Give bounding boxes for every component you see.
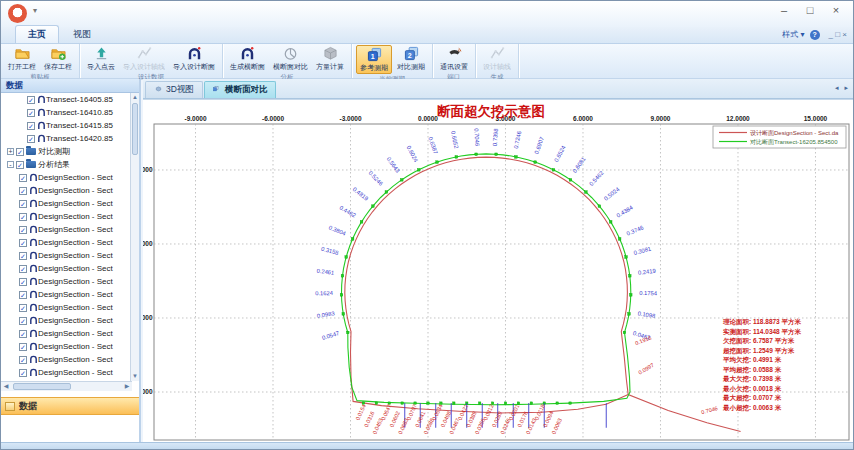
app-window: ▾ –□× 主页视图 样式 ▾ ? _ □ × 打开工程保存工程剪贴板导入点云导… <box>0 0 854 450</box>
checkbox[interactable]: ✓ <box>27 96 35 104</box>
svg-text:9.0000: 9.0000 <box>651 115 671 122</box>
scroll-left-icon[interactable]: ◀ <box>1 382 11 391</box>
svg-text:-6.0000: -6.0000 <box>262 115 284 122</box>
app-logo-icon[interactable] <box>8 4 27 23</box>
ribbon-button-open-folder[interactable]: 打开工程 <box>5 45 39 72</box>
tree-item-design-section[interactable]: ✓DesignSection - Sect <box>1 288 130 301</box>
tree-item-design-section[interactable]: ✓DesignSection - Sect <box>1 249 130 262</box>
folder-icon <box>26 161 36 168</box>
svg-text:0.0547: 0.0547 <box>321 330 340 341</box>
tree-item-design-section[interactable]: ✓DesignSection - Sect <box>1 327 130 340</box>
tree-vertical-scrollbar[interactable]: ▲ ▼ <box>130 93 139 381</box>
tree-folder-对比测期[interactable]: +✓对比测期 <box>1 145 130 158</box>
svg-text:0.7046: 0.7046 <box>473 128 480 146</box>
tree-item-transect[interactable]: ✓Transect-16415.85 <box>1 119 130 132</box>
svg-text:0.0641: 0.0641 <box>414 410 427 428</box>
checkbox[interactable]: ✓ <box>19 252 27 260</box>
svg-text:0.5462: 0.5462 <box>588 170 605 187</box>
checkbox[interactable]: ✓ <box>19 304 27 312</box>
checkbox[interactable]: ✓ <box>19 174 27 182</box>
checkbox[interactable]: ✓ <box>19 239 27 247</box>
data-panel-tab[interactable]: 数据 <box>1 397 139 415</box>
section-icon <box>29 277 38 286</box>
checkbox[interactable]: ✓ <box>27 109 35 117</box>
ribbon-button-layers1[interactable]: 1参考测期 <box>356 45 392 74</box>
checkbox[interactable]: ✓ <box>19 213 27 221</box>
svg-text:0.4819: 0.4819 <box>352 186 370 202</box>
tree-item-design-section[interactable]: ✓DesignSection - Sect <box>1 275 130 288</box>
checkbox[interactable]: ✓ <box>19 369 27 377</box>
scroll-right-icon[interactable]: ▶ <box>122 382 132 391</box>
tree-item-transect[interactable]: ✓Transect-16420.85 <box>1 132 130 145</box>
tree-item-design-section[interactable]: ✓DesignSection - Sect <box>1 236 130 249</box>
svg-text:0.0707: 0.0707 <box>406 403 419 421</box>
ribbon-button-polyline[interactable]: 设计轴线 <box>480 45 514 72</box>
ribbon-button-compass[interactable]: 横断面对比 <box>270 45 311 72</box>
open-folder-icon <box>15 46 30 61</box>
checkbox[interactable]: ✓ <box>19 265 27 273</box>
svg-text:0.0534: 0.0534 <box>431 403 444 421</box>
tree-item-design-section[interactable]: ✓DesignSection - Sect <box>1 184 130 197</box>
tree-expander-icon[interactable]: + <box>7 148 14 155</box>
ribbon-button-tunnel[interactable]: 生成横断面 <box>227 45 268 72</box>
help-icon[interactable]: ? <box>810 30 820 40</box>
tree-item-design-section[interactable]: ✓DesignSection - Sect <box>1 210 130 223</box>
tree-expander-icon[interactable]: - <box>7 161 14 168</box>
scroll-down-icon[interactable]: ▼ <box>131 372 139 381</box>
tree-item-design-section[interactable]: ✓DesignSection - Sect <box>1 262 130 275</box>
tree-item-design-section[interactable]: ✓DesignSection - Sect <box>1 197 130 210</box>
svg-text:0.6524: 0.6524 <box>553 144 567 163</box>
tree-folder-分析结果[interactable]: -✓分析结果 <box>1 158 130 171</box>
ribbon-button-cube[interactable]: 方量计算 <box>313 45 347 72</box>
checkbox[interactable]: ✓ <box>27 122 35 130</box>
checkbox[interactable]: ✓ <box>19 200 27 208</box>
tree-item-design-section[interactable]: ✓DesignSection - Sect <box>1 171 130 184</box>
ribbon-button-tunnel[interactable]: 导入设计断面 <box>170 45 218 72</box>
checkbox[interactable]: ✓ <box>19 278 27 286</box>
checkbox[interactable]: ✓ <box>19 187 27 195</box>
doc-tab-nav-arrows[interactable]: ◂ ▸ <box>835 84 850 92</box>
ribbon-button-polyline[interactable]: 导入设计轴线 <box>120 45 168 72</box>
checkbox[interactable]: ✓ <box>19 343 27 351</box>
tree-item-design-section[interactable]: ✓DesignSection - Sect <box>1 301 130 314</box>
checkbox[interactable]: ✓ <box>16 148 24 156</box>
tree-horizontal-scrollbar[interactable]: ◀ ▶ <box>1 381 132 391</box>
style-dropdown[interactable]: 样式 ▾ <box>782 29 804 40</box>
doc-tab-3D视图[interactable]: 3D视图 <box>145 81 203 98</box>
quick-access-dropdown-icon[interactable]: ▾ <box>33 6 37 15</box>
data-panel-tab-icon <box>5 402 15 411</box>
checkbox[interactable]: ✓ <box>19 226 27 234</box>
ribbon-tab-视图[interactable]: 视图 <box>61 26 103 43</box>
close-button[interactable]: × <box>823 3 849 19</box>
checkbox[interactable]: ✓ <box>19 317 27 325</box>
ribbon-button-layers2[interactable]: 2对比测期 <box>394 45 428 74</box>
svg-text:0.5246: 0.5246 <box>368 170 385 187</box>
ribbon-button-phone[interactable]: 通讯设置 <box>437 45 471 72</box>
section-icon <box>29 186 38 195</box>
maximize-button[interactable]: □ <box>797 3 823 19</box>
tree-item-design-section[interactable]: ✓DesignSection - Sect <box>1 353 130 366</box>
ribbon-button-cloud-up[interactable]: 导入点云 <box>84 45 118 72</box>
tree-item-transect[interactable]: ✓Transect-16410.85 <box>1 106 130 119</box>
tree-item-design-section[interactable]: ✓DesignSection - Sect <box>1 223 130 236</box>
ribbon-tab-主页[interactable]: 主页 <box>15 25 59 43</box>
scroll-up-icon[interactable]: ▲ <box>131 93 139 102</box>
checkbox[interactable]: ✓ <box>16 161 24 169</box>
ribbon-button-save-folder[interactable]: 保存工程 <box>41 45 75 72</box>
checkbox[interactable]: ✓ <box>27 135 35 143</box>
section-icon <box>29 329 38 338</box>
tree-item-design-section[interactable]: ✓DesignSection - Sect <box>1 340 130 353</box>
minimize-button[interactable]: – <box>771 3 797 19</box>
svg-text:0.5024: 0.5024 <box>603 186 621 202</box>
svg-text:0.2419: 0.2419 <box>638 268 656 276</box>
svg-text:0.0421: 0.0421 <box>457 403 470 421</box>
tree-item-design-section[interactable]: ✓DesignSection - Sect <box>1 366 130 379</box>
svg-text:最大欠挖: 0.7398 米: 最大欠挖: 0.7398 米 <box>722 375 782 383</box>
ribbon-mini-controls[interactable]: _ □ × <box>829 30 847 39</box>
checkbox[interactable]: ✓ <box>19 291 27 299</box>
checkbox[interactable]: ✓ <box>19 330 27 338</box>
doc-tab-横断面对比[interactable]: 横断面对比 <box>204 81 277 98</box>
tree-item-design-section[interactable]: ✓DesignSection - Sect <box>1 314 130 327</box>
checkbox[interactable]: ✓ <box>19 356 27 364</box>
tree-item-transect[interactable]: ✓Transect-16405.85 <box>1 93 130 106</box>
